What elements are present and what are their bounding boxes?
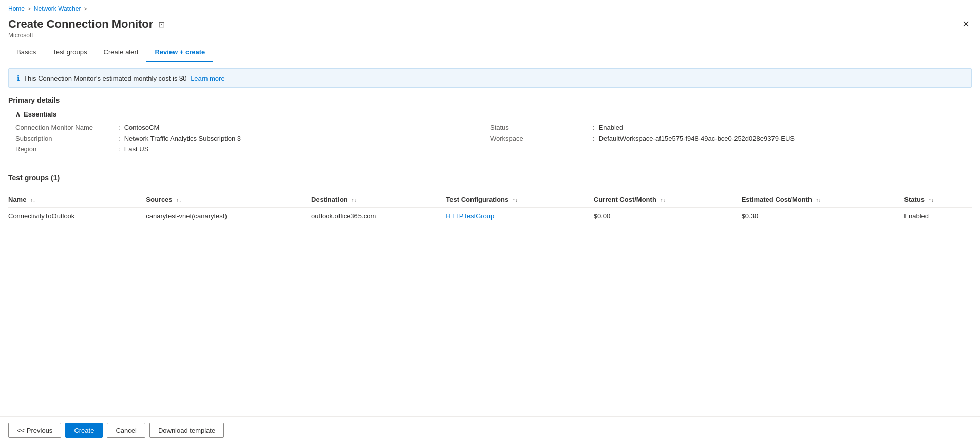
cancel-button[interactable]: Cancel [107,423,145,438]
field-sep: : [118,124,120,131]
field-value-region: East US [124,145,149,153]
field-value-workspace: DefaultWorkspace-af15e575-f948-49ac-bce0… [599,134,795,142]
footer: << Previous Create Cancel Download templ… [0,416,980,444]
field-label-status: Status [490,124,593,131]
header-left: Create Connection Monitor ⊡ [8,17,165,31]
col-header-status[interactable]: Status ↑↓ [904,191,972,208]
field-value-status: Enabled [599,124,624,131]
essentials-left: Connection Monitor Name : ContosoCM Subs… [15,122,490,155]
field-label-subscription: Subscription [15,134,118,142]
row-destination: outlook.office365.com [311,208,446,224]
page-header: Create Connection Monitor ⊡ ✕ [0,15,980,32]
field-sep-4: : [593,124,595,131]
tab-bar: Basics Test groups Create alert Review +… [0,43,980,62]
test-groups-table-container: Name ↑↓ Sources ↑↓ Destination ↑↓ Test C… [0,191,980,224]
sort-icon-sources: ↑↓ [176,197,181,203]
row-estimated-cost: $0.30 [742,208,904,224]
primary-details-title: Primary details [0,94,980,108]
tab-review-create[interactable]: Review + create [146,43,213,62]
row-sources: canarytest-vnet(canarytest) [146,208,311,224]
sort-icon-test-configs: ↑↓ [513,197,518,203]
save-icon[interactable]: ⊡ [158,20,165,29]
essentials-label: Essentials [24,110,56,118]
subtitle: Microsoft [0,32,980,43]
tab-basics[interactable]: Basics [8,43,44,62]
learn-more-link[interactable]: Learn more [191,74,224,82]
col-header-estimated-cost[interactable]: Estimated Cost/Month ↑↓ [742,191,904,208]
sort-icon-estimated-cost: ↑↓ [816,197,821,203]
field-label-workspace: Workspace [490,134,593,142]
essentials-header[interactable]: ∧ Essentials [0,108,980,122]
info-banner: ℹ This Connection Monitor's estimated mo… [8,68,972,88]
field-connection-monitor-name: Connection Monitor Name : ContosoCM [15,122,490,133]
download-template-button[interactable]: Download template [149,423,224,438]
col-header-name[interactable]: Name ↑↓ [8,191,146,208]
field-sep-5: : [593,134,595,142]
col-header-sources[interactable]: Sources ↑↓ [146,191,311,208]
breadcrumb-sep1: > [28,6,31,12]
essentials-right: Status : Enabled Workspace : DefaultWork… [490,122,965,155]
field-value-subscription: Network Traffic Analytics Subscription 3 [124,134,241,142]
breadcrumb: Home > Network Watcher > [0,0,980,15]
table-row: ConnectivityToOutlook canarytest-vnet(ca… [8,208,972,224]
sort-icon-destination: ↑↓ [351,197,356,203]
table-header-row: Name ↑↓ Sources ↑↓ Destination ↑↓ Test C… [8,191,972,208]
info-text: This Connection Monitor's estimated mont… [24,74,225,82]
row-status: Enabled [904,208,972,224]
essentials-grid: Connection Monitor Name : ContosoCM Subs… [0,122,980,161]
breadcrumb-home[interactable]: Home [8,5,25,12]
sort-icon-name: ↑↓ [30,197,35,203]
tab-test-groups[interactable]: Test groups [44,43,95,62]
field-status: Status : Enabled [490,122,965,133]
field-value-name: ContosoCM [124,124,160,131]
field-sep-2: : [118,134,120,142]
field-region: Region : East US [15,144,490,155]
info-icon: ℹ [17,74,20,82]
test-groups-title: Test groups (1) [0,169,980,187]
breadcrumb-sep2: > [84,6,87,12]
create-button[interactable]: Create [65,423,103,438]
sort-icon-status: ↑↓ [929,197,934,203]
row-name: ConnectivityToOutlook [8,208,146,224]
collapse-icon: ∧ [15,110,21,118]
breadcrumb-network-watcher[interactable]: Network Watcher [34,5,81,12]
field-sep-3: : [118,145,120,153]
close-button[interactable]: ✕ [960,16,972,32]
field-label-region: Region [15,145,118,153]
col-header-destination[interactable]: Destination ↑↓ [311,191,446,208]
row-current-cost: $0.00 [594,208,742,224]
section-divider [8,165,972,165]
tab-create-alert[interactable]: Create alert [96,43,147,62]
field-workspace: Workspace : DefaultWorkspace-af15e575-f9… [490,133,965,144]
row-test-configs[interactable]: HTTPTestGroup [446,208,593,224]
field-subscription: Subscription : Network Traffic Analytics… [15,133,490,144]
col-header-current-cost[interactable]: Current Cost/Month ↑↓ [594,191,742,208]
page-title: Create Connection Monitor [8,17,153,31]
field-label-name: Connection Monitor Name [15,124,118,131]
sort-icon-current-cost: ↑↓ [660,197,665,203]
col-header-test-configs[interactable]: Test Configurations ↑↓ [446,191,593,208]
test-groups-table: Name ↑↓ Sources ↑↓ Destination ↑↓ Test C… [8,191,972,224]
previous-button[interactable]: << Previous [8,423,61,438]
